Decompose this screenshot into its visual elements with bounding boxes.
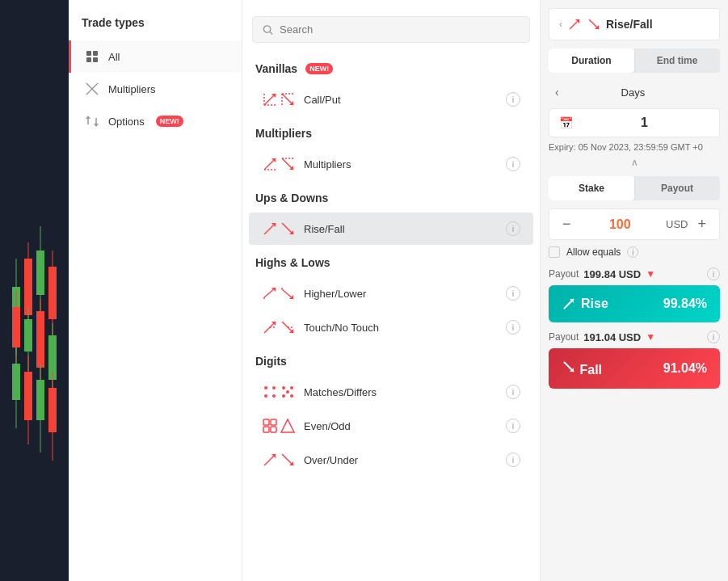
allow-equals-checkbox[interactable] — [549, 246, 560, 258]
payout-tab[interactable]: Payout — [634, 176, 720, 200]
svg-rect-19 — [24, 372, 32, 420]
chart-area — [0, 0, 69, 581]
fall-button[interactable]: Fall 91.04% — [549, 348, 720, 389]
touchnotouch-down-icon — [280, 319, 296, 335]
right-panel: ‹ Rise/Fall Duration End time ‹ Days 📅 — [541, 0, 728, 581]
stake-plus-btn[interactable]: + — [694, 216, 709, 233]
multipliers-item-label: Multipliers — [304, 158, 498, 171]
higherlower-icons — [262, 285, 296, 301]
sidebar-item-label-options: Options — [108, 116, 145, 128]
search-input[interactable] — [280, 23, 520, 36]
rise-payout-arrow: ▼ — [646, 268, 655, 280]
svg-rect-17 — [12, 364, 20, 400]
vanillas-new-badge: NEW! — [305, 63, 333, 74]
trade-item-evenodd[interactable]: Even/Odd i — [249, 410, 533, 442]
trade-item-risefall[interactable]: Rise/Fall i — [249, 213, 533, 245]
svg-line-28 — [86, 83, 92, 89]
sidebar-item-all[interactable]: All — [69, 40, 242, 73]
sidebar-item-options[interactable]: Options NEW! — [69, 105, 242, 137]
duration-endtime-tabs: Duration End time — [549, 48, 720, 73]
higherlower-info-icon[interactable]: i — [506, 286, 520, 301]
rise-icon-small — [567, 17, 582, 32]
svg-marker-33 — [86, 116, 90, 119]
stake-tab[interactable]: Stake — [549, 176, 634, 200]
higherlower-up-icon — [262, 285, 278, 301]
category-title-multipliers: Multipliers — [242, 117, 540, 146]
multipliers-icon — [84, 81, 100, 97]
allow-equals-info-icon[interactable]: i — [627, 246, 638, 258]
evenodd-info-icon[interactable]: i — [506, 419, 520, 433]
overunder-label: Over/Under — [304, 454, 498, 466]
callput-up-icon — [262, 91, 278, 107]
svg-point-74 — [290, 386, 293, 389]
fall-payout-info-icon[interactable]: i — [707, 330, 720, 343]
allow-equals-row: Allow equals i — [549, 246, 720, 258]
days-nav: ‹ Days — [549, 82, 720, 102]
sidebar-item-multipliers[interactable]: Multipliers — [69, 73, 242, 105]
currency-label: USD — [666, 218, 688, 230]
rise-btn-icon — [562, 297, 576, 311]
higherlower-label: Higher/Lower — [304, 288, 498, 300]
svg-rect-5 — [36, 251, 44, 295]
endtime-tab[interactable]: End time — [634, 48, 720, 73]
stake-amount: 100 — [581, 217, 660, 232]
fall-payout-display: Payout 191.04 USD ▼ i — [549, 330, 720, 343]
search-icon — [263, 24, 273, 36]
svg-rect-23 — [48, 388, 57, 432]
risefall-info-icon[interactable]: i — [506, 221, 520, 236]
trade-types-panel: Trade types All — [69, 0, 242, 581]
days-prev-btn[interactable]: ‹ — [549, 82, 566, 102]
trade-types-title: Trade types — [69, 8, 242, 40]
svg-rect-7 — [48, 267, 57, 319]
trade-item-matchdiffers[interactable]: Matches/Differs i — [249, 376, 533, 408]
stake-minus-btn[interactable]: − — [559, 216, 574, 233]
category-title-upsdowns: Ups & Downs — [242, 182, 540, 211]
svg-rect-25 — [93, 51, 98, 56]
fall-btn-text: Fall — [579, 363, 602, 377]
callput-info-icon[interactable]: i — [506, 92, 520, 107]
risefall-label: Rise/Fall — [304, 223, 498, 235]
callput-label: Call/Put — [304, 94, 498, 106]
svg-point-68 — [264, 386, 267, 389]
matchdiffers-icons — [262, 384, 296, 400]
trade-item-touchnotouch[interactable]: Touch/No Touch i — [249, 311, 533, 343]
collapse-duration-btn[interactable]: ∧ — [631, 157, 638, 168]
trade-item-callput[interactable]: Call/Put i — [249, 83, 533, 116]
main-content: Trade types All — [69, 0, 728, 581]
duration-tab[interactable]: Duration — [549, 48, 634, 73]
rise-payout-amount: 199.84 USD — [583, 268, 641, 280]
trade-type-selector[interactable]: ‹ Rise/Fall — [549, 8, 720, 40]
rise-button[interactable]: Rise 99.84% — [549, 285, 720, 322]
stake-value-row: − 100 USD + — [549, 208, 720, 240]
higherlower-down-icon — [280, 285, 296, 301]
overunder-info-icon[interactable]: i — [506, 453, 520, 467]
risefall-down-icon — [280, 221, 296, 237]
options-icon — [84, 113, 100, 129]
matchdiffers-icon1 — [262, 384, 278, 400]
svg-point-76 — [286, 390, 289, 394]
multipliers-info-icon[interactable]: i — [506, 157, 520, 171]
svg-line-37 — [270, 32, 272, 34]
grid-icon — [84, 48, 100, 65]
svg-rect-9 — [12, 307, 20, 347]
duration-input-row[interactable]: 📅 1 — [549, 108, 720, 137]
trade-item-multipliers[interactable]: Multipliers i — [249, 148, 533, 180]
fall-btn-icon — [562, 360, 576, 374]
svg-marker-81 — [281, 419, 294, 432]
collapse-btn-container: ∧ — [549, 157, 720, 168]
trade-item-overunder[interactable]: Over/Under i — [249, 444, 533, 476]
svg-line-29 — [86, 89, 92, 95]
trade-item-higherlower[interactable]: Higher/Lower i — [249, 277, 533, 309]
touchnotouch-info-icon[interactable]: i — [506, 320, 520, 335]
matchdiffers-info-icon[interactable]: i — [506, 385, 520, 399]
svg-rect-26 — [86, 57, 91, 62]
rise-payout-info-icon[interactable]: i — [707, 267, 720, 280]
svg-point-73 — [282, 394, 285, 398]
fall-icon-small — [587, 17, 601, 32]
overunder-down-icon — [280, 452, 296, 468]
svg-rect-3 — [24, 259, 32, 315]
search-bar[interactable] — [252, 16, 530, 43]
overunder-up-icon — [262, 452, 278, 468]
matchdiffers-label: Matches/Differs — [304, 386, 498, 398]
sidebar-item-label-all: All — [108, 51, 120, 63]
